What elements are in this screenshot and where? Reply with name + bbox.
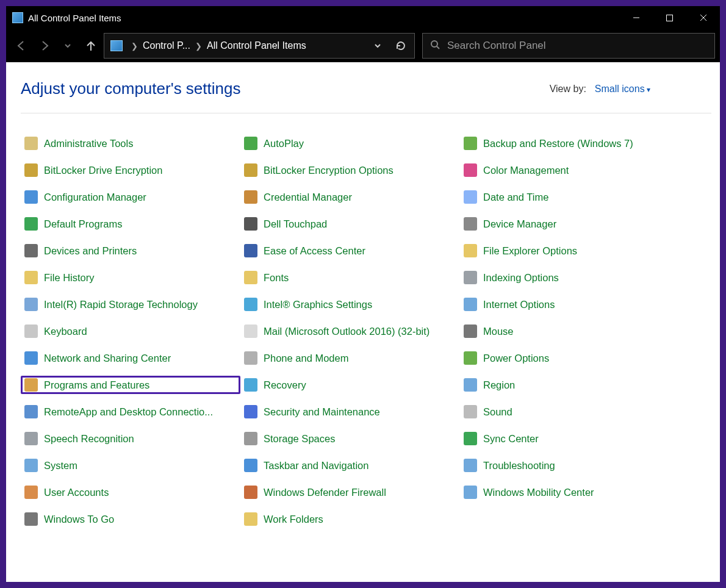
cp-item-file-explorer-options[interactable]: File Explorer Options xyxy=(460,242,680,260)
column-2: AutoPlayBitLocker Encryption OptionsCred… xyxy=(240,134,460,528)
item-label: Network and Sharing Center xyxy=(44,353,171,364)
recent-locations-button[interactable] xyxy=(57,35,78,56)
search-input[interactable] xyxy=(447,40,707,52)
cp-item-remoteapp-and-desktop-connectio[interactable]: RemoteApp and Desktop Connectio... xyxy=(21,403,240,421)
autoplay-icon xyxy=(244,137,257,150)
sound-icon xyxy=(464,405,477,418)
item-label: Default Programs xyxy=(44,218,122,230)
item-label: BitLocker Encryption Options xyxy=(264,165,394,176)
forward-button[interactable] xyxy=(34,35,55,56)
item-label: RemoteApp and Desktop Connectio... xyxy=(44,406,213,418)
cp-item-bitlocker-encryption-options[interactable]: BitLocker Encryption Options xyxy=(240,161,460,179)
cp-item-windows-defender-firewall[interactable]: Windows Defender Firewall xyxy=(240,483,460,501)
cp-item-intel-graphics-settings[interactable]: Intel® Graphics Settings xyxy=(240,295,460,314)
cp-item-default-programs[interactable]: Default Programs xyxy=(21,215,240,233)
file-history-icon xyxy=(24,271,38,284)
cp-item-region[interactable]: Region xyxy=(460,376,680,394)
cp-item-bitlocker-drive-encryption[interactable]: BitLocker Drive Encryption xyxy=(21,161,240,179)
item-label: Color Management xyxy=(483,165,569,176)
cp-item-indexing-options[interactable]: Indexing Options xyxy=(460,268,680,287)
cp-item-power-options[interactable]: Power Options xyxy=(460,349,680,367)
ease-of-access-center-icon xyxy=(244,244,257,257)
cp-item-sound[interactable]: Sound xyxy=(460,403,680,421)
refresh-button[interactable] xyxy=(390,34,412,58)
svg-line-6 xyxy=(437,46,439,49)
cp-item-keyboard[interactable]: Keyboard xyxy=(21,322,240,340)
cp-item-autoplay[interactable]: AutoPlay xyxy=(240,134,460,152)
cp-item-troubleshooting[interactable]: Troubleshooting xyxy=(460,456,680,475)
address-bar[interactable]: ❯ Control P... ❯ All Control Panel Items xyxy=(104,33,415,59)
item-label: Indexing Options xyxy=(483,272,559,284)
cp-item-credential-manager[interactable]: Credential Manager xyxy=(240,188,460,206)
color-management-icon xyxy=(464,163,477,177)
cp-item-network-and-sharing-center[interactable]: Network and Sharing Center xyxy=(21,349,240,367)
back-button[interactable] xyxy=(11,35,32,56)
cp-item-security-and-maintenance[interactable]: Security and Maintenance xyxy=(240,403,460,421)
chevron-right-icon[interactable]: ❯ xyxy=(192,41,206,51)
internet-options-icon xyxy=(464,298,477,311)
search-box[interactable] xyxy=(422,33,715,59)
cp-item-recovery[interactable]: Recovery xyxy=(240,376,460,394)
cp-item-mouse[interactable]: Mouse xyxy=(460,322,680,340)
troubleshooting-icon xyxy=(464,459,477,472)
cp-item-administrative-tools[interactable]: Administrative Tools xyxy=(21,134,240,152)
item-label: Windows To Go xyxy=(44,514,114,525)
intel-r-rapid-storage-technology-icon xyxy=(24,298,38,311)
control-panel-icon xyxy=(110,40,123,51)
item-label: Sync Center xyxy=(483,433,539,445)
cp-item-mail-microsoft-outlook-2016-32-bit[interactable]: Mail (Microsoft Outlook 2016) (32-bit) xyxy=(240,322,460,340)
item-label: Mail (Microsoft Outlook 2016) (32-bit) xyxy=(264,326,429,337)
cp-item-color-management[interactable]: Color Management xyxy=(460,161,680,179)
file-explorer-options-icon xyxy=(464,244,477,257)
breadcrumb-control-panel[interactable]: Control P... xyxy=(143,40,190,51)
item-label: Device Manager xyxy=(483,218,556,230)
item-label: Work Folders xyxy=(264,514,323,525)
cp-item-backup-and-restore-windows-7[interactable]: Backup and Restore (Windows 7) xyxy=(460,134,680,152)
maximize-button[interactable] xyxy=(653,6,686,29)
breadcrumb-all-items[interactable]: All Control Panel Items xyxy=(207,40,306,51)
cp-item-programs-and-features[interactable]: Programs and Features xyxy=(21,376,240,394)
cp-item-intel-r-rapid-storage-technology[interactable]: Intel(R) Rapid Storage Technology xyxy=(21,295,240,314)
item-label: Intel® Graphics Settings xyxy=(264,299,372,310)
cp-item-fonts[interactable]: Fonts xyxy=(240,268,460,287)
close-button[interactable] xyxy=(686,6,720,29)
cp-item-windows-mobility-center[interactable]: Windows Mobility Center xyxy=(460,483,680,501)
cp-item-devices-and-printers[interactable]: Devices and Printers xyxy=(21,242,240,260)
cp-item-date-and-time[interactable]: Date and Time xyxy=(460,188,680,206)
navbar: ❯ Control P... ❯ All Control Panel Items xyxy=(6,29,720,62)
items-grid: Administrative ToolsBitLocker Drive Encr… xyxy=(21,134,711,528)
cp-item-file-history[interactable]: File History xyxy=(21,268,240,287)
cp-item-system[interactable]: System xyxy=(21,456,240,475)
indexing-options-icon xyxy=(464,271,477,284)
cp-item-taskbar-and-navigation[interactable]: Taskbar and Navigation xyxy=(240,456,460,475)
cp-item-sync-center[interactable]: Sync Center xyxy=(460,429,680,448)
cp-item-work-folders[interactable]: Work Folders xyxy=(240,510,460,528)
up-button[interactable] xyxy=(81,35,101,56)
cp-item-windows-to-go[interactable]: Windows To Go xyxy=(21,510,240,528)
speech-recognition-icon xyxy=(24,432,38,445)
address-dropdown-button[interactable] xyxy=(367,34,389,58)
network-and-sharing-center-icon xyxy=(24,351,38,365)
item-label: Taskbar and Navigation xyxy=(264,460,368,471)
cp-item-speech-recognition[interactable]: Speech Recognition xyxy=(21,429,240,448)
date-and-time-icon xyxy=(464,190,477,204)
programs-and-features-icon xyxy=(24,378,38,392)
item-label: Region xyxy=(483,379,515,391)
cp-item-internet-options[interactable]: Internet Options xyxy=(460,295,680,314)
control-panel-icon xyxy=(12,12,23,23)
cp-item-ease-of-access-center[interactable]: Ease of Access Center xyxy=(240,242,460,260)
item-label: Intel(R) Rapid Storage Technology xyxy=(44,299,198,310)
credential-manager-icon xyxy=(244,190,257,204)
view-by-dropdown[interactable]: Small icons xyxy=(595,84,650,95)
cp-item-dell-touchpad[interactable]: Dell Touchpad xyxy=(240,215,460,233)
item-label: BitLocker Drive Encryption xyxy=(44,165,162,176)
chevron-right-icon[interactable]: ❯ xyxy=(128,41,142,51)
cp-item-configuration-manager[interactable]: Configuration Manager xyxy=(21,188,240,206)
cp-item-storage-spaces[interactable]: Storage Spaces xyxy=(240,429,460,448)
cp-item-phone-and-modem[interactable]: Phone and Modem xyxy=(240,349,460,367)
minimize-button[interactable] xyxy=(619,6,653,29)
content-area: Adjust your computer's settings View by:… xyxy=(6,62,720,582)
cp-item-user-accounts[interactable]: User Accounts xyxy=(21,483,240,501)
item-label: Backup and Restore (Windows 7) xyxy=(483,138,633,149)
cp-item-device-manager[interactable]: Device Manager xyxy=(460,215,680,233)
